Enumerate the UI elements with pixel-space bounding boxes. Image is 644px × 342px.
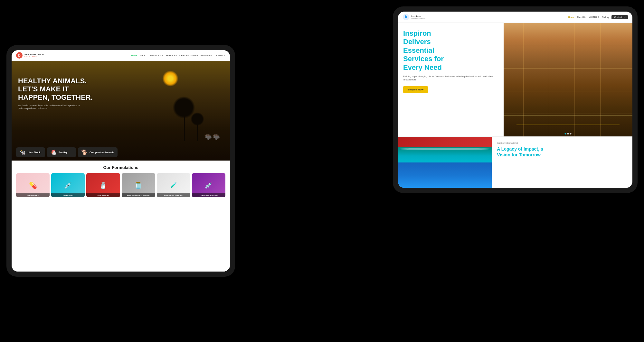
tablet-left: D DIPS BIOSCIENCE PRIVATE LIMITED HOME A…: [6, 45, 235, 277]
legacy-headline: A Legacy of Impact, aVision for Tomorrow: [497, 146, 543, 158]
formulation-oral-liquid[interactable]: 💉 Oral Liquid: [51, 173, 85, 197]
nav-home[interactable]: HOME: [131, 54, 137, 57]
oral-powder-label: Oral Powder: [86, 193, 120, 197]
poultry-label: Poultry: [59, 151, 68, 154]
formulation-liquid-injection[interactable]: 💉 Liquid For Injection: [192, 173, 225, 197]
cattle-silhouette: 🐃🐃: [204, 133, 220, 141]
shelf-pole-1: [523, 23, 524, 136]
nav-contact[interactable]: CONTACT: [215, 54, 225, 57]
dips-brand-sub: PRIVATE LIMITED: [24, 56, 44, 58]
hero-text-block: HEALTHY ANIMALS.LET'S MAKE ITHAPPEN, TOG…: [18, 77, 93, 110]
companion-label: Companion Animals: [90, 151, 114, 154]
tablet-label: Tablet/Bolus: [16, 193, 50, 197]
dot-2[interactable]: [567, 133, 569, 134]
right-nav-home[interactable]: Home: [568, 16, 574, 18]
shelf-h-3: [504, 91, 632, 91]
liquid-injection-label: Liquid For Injection: [192, 193, 225, 197]
enquire-now-button[interactable]: Enquire Now: [403, 86, 428, 93]
dips-logo-icon: D: [16, 52, 23, 59]
livestock-label: Live Stock: [28, 151, 41, 154]
inspiron-headline: InspironDeliversEssentialServices forEve…: [403, 29, 498, 72]
right-nav-services[interactable]: Services ▾: [589, 16, 599, 18]
inspiron-subtext: Building hope, changing places from remo…: [403, 75, 498, 82]
contact-us-button[interactable]: Contact Us: [611, 15, 628, 19]
right-nav-gallery[interactable]: Gallery: [602, 16, 609, 18]
shelf-pole-2: [549, 23, 549, 136]
inspiron-brand: Inspiron: [411, 15, 425, 18]
formulation-dusting[interactable]: 🫙 External/Dusting Powder: [122, 173, 155, 197]
sun-glow: [162, 70, 178, 87]
tree-silhouette-1: [184, 112, 185, 141]
poultry-icon: 🐔: [50, 149, 57, 155]
shelf-h-2: [504, 68, 632, 69]
right-nav: Inspiron International Limited Home Abou…: [398, 12, 632, 23]
tablet-right: Inspiron International Limited Home Abou…: [393, 6, 638, 193]
beach-image-container: [398, 137, 492, 188]
formulations-title: Our Formulations: [16, 165, 225, 170]
floor-marking: [516, 125, 620, 125]
nav-services[interactable]: SERVICES: [166, 54, 177, 57]
formulation-items-row: 💊 Tablet/Bolus 💉 Oral Liquid 🧂 Oral Powd…: [16, 173, 225, 197]
livestock-icon: 🐄: [19, 149, 26, 155]
carousel-dots: [564, 133, 571, 134]
left-hero: 🐃🐃 HEALTHY ANIMALS.LET'S MAKE ITHAPPEN, …: [12, 61, 230, 161]
inspiron-international-tag: Inspiron International: [497, 142, 543, 144]
left-nav: D DIPS BIOSCIENCE PRIVATE LIMITED HOME A…: [12, 50, 230, 61]
nav-products[interactable]: PRODUCTS: [150, 54, 163, 57]
nav-network[interactable]: NETWORK: [201, 54, 212, 57]
animal-card-companion[interactable]: 🐕 Companion Animals: [78, 147, 118, 157]
formulation-powder-injection[interactable]: 🧪 Powder For Injection: [157, 173, 190, 197]
hero-subtext: We develop some of the most innovative a…: [18, 104, 82, 110]
beach-deep-water: [398, 162, 492, 188]
warehouse-floor: [504, 115, 632, 116]
dot-1[interactable]: [564, 133, 566, 134]
shelf-h-1: [504, 46, 632, 46]
inspiron-logo: Inspiron International Limited: [402, 14, 425, 21]
hero-background: 🐃🐃: [12, 61, 230, 161]
dips-brand-name: DIPS BIOSCIENCE: [24, 53, 44, 56]
beach-image: [398, 137, 492, 188]
right-nav-about[interactable]: About Us: [577, 16, 586, 18]
right-hero-warehouse: [504, 23, 632, 136]
tree-silhouette-2: [197, 122, 198, 141]
shelf-pole-3: [574, 23, 575, 136]
dusting-label: External/Dusting Powder: [122, 193, 155, 197]
formulation-tablet[interactable]: 💊 Tablet/Bolus: [16, 173, 50, 197]
right-hero-left: InspironDeliversEssentialServices forEve…: [398, 23, 504, 136]
right-nav-links: Home About Us Services ▾ Gallery Contact…: [568, 15, 628, 19]
shelf-h-4: [504, 114, 632, 114]
animal-card-livestock[interactable]: 🐄 Live Stock: [16, 147, 45, 157]
oral-liquid-label: Oral Liquid: [51, 193, 85, 197]
shelf-pole-4: [600, 23, 601, 136]
dot-3[interactable]: [570, 133, 571, 134]
tablet-right-inner: Inspiron International Limited Home Abou…: [398, 12, 632, 188]
nav-about[interactable]: ABOUT: [140, 54, 148, 57]
animal-cards-row: 🐄 Live Stock 🐔 Poultry 🐕 Companion Anima…: [16, 147, 118, 157]
hero-headline: HEALTHY ANIMALS.LET'S MAKE ITHAPPEN, TOG…: [18, 77, 93, 101]
powder-injection-label: Powder For Injection: [157, 193, 190, 197]
right-hero: InspironDeliversEssentialServices forEve…: [398, 23, 632, 136]
formulation-oral-powder[interactable]: 🧂 Oral Powder: [86, 173, 120, 197]
left-logo: D DIPS BIOSCIENCE PRIVATE LIMITED: [16, 52, 44, 59]
hero-overlay: [12, 61, 230, 161]
tree-canopy-2: [191, 112, 204, 126]
nav-certifications[interactable]: CERTIFICATIONS: [179, 54, 198, 57]
inspiron-logo-icon: [402, 14, 410, 21]
warehouse-image: [504, 23, 632, 136]
legacy-content: Inspiron International A Legacy of Impac…: [492, 137, 548, 188]
inspiron-logo-text-block: Inspiron International Limited: [411, 15, 425, 20]
companion-icon: 🐕: [81, 149, 88, 155]
formulations-section: Our Formulations 💊 Tablet/Bolus 💉 Oral L…: [12, 161, 230, 272]
right-bottom-section: Inspiron International A Legacy of Impac…: [398, 136, 632, 188]
animal-card-poultry[interactable]: 🐔 Poultry: [47, 147, 76, 157]
dips-logo-text: DIPS BIOSCIENCE PRIVATE LIMITED: [24, 53, 44, 58]
wave-edge: [398, 148, 492, 150]
tablet-left-inner: D DIPS BIOSCIENCE PRIVATE LIMITED HOME A…: [12, 50, 230, 272]
left-nav-links: HOME ABOUT PRODUCTS SERVICES CERTIFICATI…: [131, 54, 225, 57]
inspiron-sub: International Limited: [411, 18, 425, 20]
